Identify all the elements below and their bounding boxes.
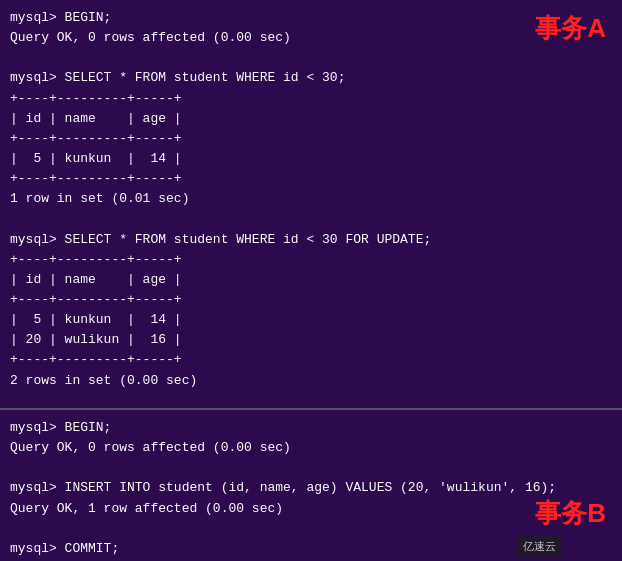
terminal-top-content: mysql> BEGIN; Query OK, 0 rows affected … <box>10 8 612 451</box>
transaction-a-label: 事务A <box>535 8 606 48</box>
terminal-bottom-pane: mysql> BEGIN; Query OK, 0 rows affected … <box>0 408 622 561</box>
terminal-top-pane: mysql> BEGIN; Query OK, 0 rows affected … <box>0 0 622 408</box>
watermark: 亿速云 <box>517 536 562 557</box>
transaction-b-label: 事务B <box>535 493 606 533</box>
